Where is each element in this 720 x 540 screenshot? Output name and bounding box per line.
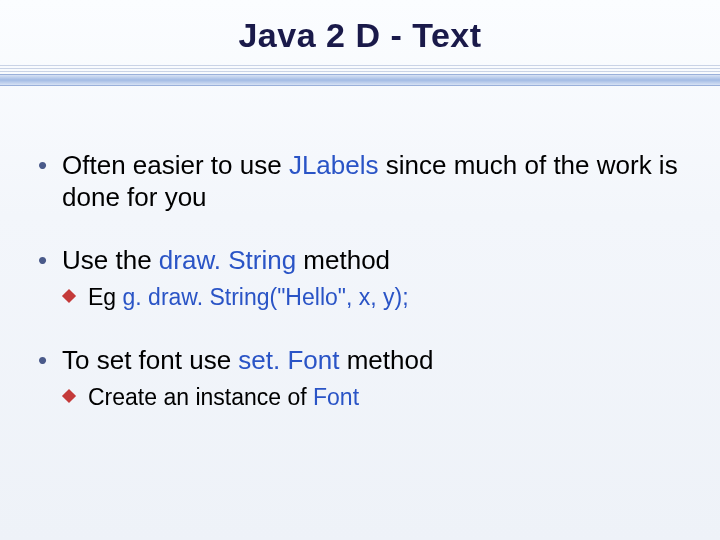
slide: Java 2 D - Text Often easier to use JLab… (0, 0, 720, 540)
divider-band (0, 74, 720, 86)
content-area: Often easier to use JLabels since much o… (34, 150, 686, 445)
sub-bullet-list: Create an instance of Font (62, 383, 686, 413)
bullet-item: Often easier to use JLabels since much o… (34, 150, 686, 213)
body-text: Often easier to use (62, 150, 289, 180)
divider-line (0, 68, 720, 69)
divider-line (0, 71, 720, 72)
body-text: Create an instance of (88, 384, 313, 410)
body-text: To set font use (62, 345, 238, 375)
keyword-text: g. draw. String("Hello", x, y); (123, 284, 409, 310)
diamond-bullet-icon (62, 389, 76, 403)
keyword-text: Font (313, 384, 359, 410)
body-text: Eg (88, 284, 123, 310)
bullet-text: Use the draw. String method (62, 245, 686, 277)
sub-bullet-item: Create an instance of Font (62, 383, 686, 413)
diamond-bullet-icon (62, 289, 76, 303)
sub-bullet-list: Eg g. draw. String("Hello", x, y); (62, 283, 686, 313)
title-area: Java 2 D - Text (0, 0, 720, 86)
sub-bullet-text: Create an instance of Font (88, 383, 686, 413)
body-text: method (339, 345, 433, 375)
bullet-item: To set font use set. Font methodCreate a… (34, 345, 686, 413)
bullet-item: Use the draw. String methodEg g. draw. S… (34, 245, 686, 313)
divider-line (0, 65, 720, 66)
slide-title: Java 2 D - Text (0, 16, 720, 55)
keyword-text: set. Font (238, 345, 339, 375)
body-text: Use the (62, 245, 159, 275)
bullet-list: Often easier to use JLabels since much o… (34, 150, 686, 413)
body-text: method (296, 245, 390, 275)
sub-bullet-item: Eg g. draw. String("Hello", x, y); (62, 283, 686, 313)
sub-bullet-text: Eg g. draw. String("Hello", x, y); (88, 283, 686, 313)
bullet-text: Often easier to use JLabels since much o… (62, 150, 686, 213)
bullet-text: To set font use set. Font method (62, 345, 686, 377)
keyword-text: JLabels (289, 150, 379, 180)
divider-stack (0, 65, 720, 86)
keyword-text: draw. String (159, 245, 296, 275)
